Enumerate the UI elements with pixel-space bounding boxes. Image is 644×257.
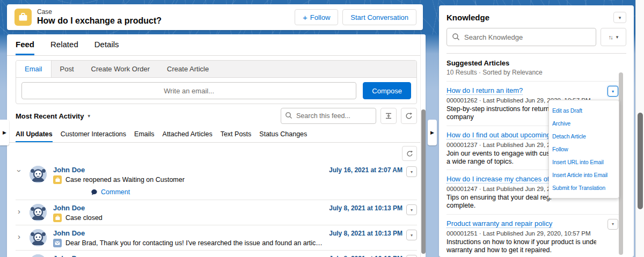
- publisher-tab[interactable]: Create Work Order: [83, 61, 159, 77]
- knowledge-article: Product warranty and repair policy 00000…: [447, 214, 619, 257]
- article-title-link[interactable]: How do I return an item?: [447, 86, 523, 95]
- sort-arrows-icon: ↑↓: [609, 34, 613, 40]
- article-actions-menu: Edit as Draft Archive Detach Article Fol…: [548, 100, 619, 199]
- feed-sort-label: Most Recent Activity: [16, 112, 84, 120]
- triangle-right-icon: ▶: [3, 130, 6, 135]
- chevron-down-icon: ▾: [616, 34, 619, 40]
- publisher-tab[interactable]: Create Article: [158, 61, 217, 77]
- article-menu-item[interactable]: Edit as Draft: [549, 104, 619, 117]
- left-panel-expand-handle[interactable]: ▶: [0, 120, 9, 145]
- briefcase-icon: [18, 12, 28, 23]
- feed-item-menu-button[interactable]: ▾: [406, 255, 417, 257]
- search-icon: [285, 112, 292, 121]
- triangle-right-icon: ▶: [430, 130, 434, 135]
- avatar[interactable]: [30, 204, 47, 221]
- feed-item-text: Dear Brad, Thank you for contacting us! …: [65, 239, 323, 247]
- feed-item-menu-button[interactable]: ▾: [406, 230, 417, 240]
- record-tab[interactable]: Related: [50, 34, 78, 55]
- article-menu-item[interactable]: Submit for Translation: [549, 181, 619, 194]
- feed-filter-button[interactable]: [380, 108, 397, 124]
- article-body-line: warranty and how to get it repaired.: [447, 246, 596, 254]
- article-body-line: Instructions on how to know if your prod…: [447, 238, 596, 246]
- feed-item-expand-chevron[interactable]: ›: [16, 229, 30, 240]
- feed-filter-tab[interactable]: All Updates: [16, 127, 53, 142]
- feed-item: › John Do: [16, 225, 417, 250]
- article-menu-item[interactable]: Insert URL into Email: [549, 156, 619, 168]
- feed-item-author[interactable]: John Doe: [53, 229, 323, 237]
- page-title: How do I exchange a product?: [37, 16, 162, 26]
- feed-search-input[interactable]: [281, 108, 376, 124]
- feed-item-author[interactable]: John Doe: [53, 166, 323, 174]
- record-type-label: Case: [37, 9, 162, 16]
- feed-item-expand-chevron[interactable]: ›: [16, 204, 30, 215]
- case-record-icon: [14, 9, 32, 26]
- plus-icon: +: [303, 13, 308, 21]
- feed-scrollbar-thumb[interactable]: [421, 109, 426, 254]
- search-icon: [452, 33, 460, 43]
- feed-item-menu-button[interactable]: ▾: [406, 204, 417, 215]
- feed-item: › John Do: [16, 250, 417, 257]
- avatar[interactable]: [30, 229, 47, 246]
- feed-item-type-icon: [53, 214, 62, 222]
- feed-filter-tabs: All Updates Customer Interactions Emails…: [7, 127, 426, 143]
- feed-filter-tab[interactable]: Attached Articles: [163, 127, 213, 142]
- email-compose-input[interactable]: [21, 82, 356, 99]
- feed-filter-tab[interactable]: Text Posts: [221, 127, 252, 142]
- right-panel-expand-handle[interactable]: ▶: [428, 120, 437, 145]
- feed-refresh-button[interactable]: [401, 108, 417, 124]
- window-scrollbar[interactable]: [635, 0, 644, 257]
- avatar[interactable]: [30, 166, 47, 183]
- knowledge-panel-menu-button[interactable]: ▾: [613, 12, 626, 23]
- article-title-link[interactable]: How do I find out about upcoming e: [447, 131, 557, 139]
- article-menu-item[interactable]: Archive: [549, 117, 619, 130]
- article-menu-item[interactable]: Follow: [549, 143, 619, 156]
- article-actions-button[interactable]: ▾: [608, 86, 618, 97]
- feed-scrollbar[interactable]: [420, 34, 426, 257]
- feed-item-menu-button[interactable]: ▾: [406, 166, 417, 177]
- chevron-down-icon: ▾: [87, 113, 90, 119]
- feed-filter-tab[interactable]: Status Changes: [259, 127, 307, 142]
- feed-item-type-icon: [53, 175, 62, 184]
- feed-item-author[interactable]: John Doe: [53, 204, 323, 212]
- feed-filter-tab[interactable]: Customer Interactions: [61, 127, 126, 142]
- publisher-tabs: Email Post Create Work Order Create Arti…: [16, 61, 416, 78]
- avatar[interactable]: [30, 254, 47, 257]
- publisher: Email Post Create Work Order Create Arti…: [16, 60, 417, 104]
- results-summary: 10 Results · Sorted by Relevance: [447, 69, 626, 76]
- feed-item-timestamp: July 8, 2021 at 10:13 PM: [329, 204, 402, 212]
- feed-filter-tab[interactable]: Emails: [134, 127, 155, 142]
- feed-item-author[interactable]: John Doe: [53, 254, 323, 257]
- article-title-link[interactable]: How do I increase my chances of ge: [447, 175, 559, 183]
- compose-button[interactable]: Compose: [363, 82, 411, 99]
- knowledge-scrollbar-thumb[interactable]: [619, 72, 623, 255]
- feed-item: › John Do: [16, 162, 417, 200]
- feed-item-text: Case closed: [65, 214, 103, 222]
- feed-item-timestamp: July 8, 2021 at 10:13 PM: [329, 255, 402, 257]
- window-scrollbar-thumb[interactable]: [638, 113, 643, 209]
- start-conversation-button[interactable]: Start Conversation: [342, 9, 416, 25]
- feed-list: › John Do: [7, 162, 426, 257]
- article-actions-button[interactable]: ▾: [608, 219, 618, 230]
- article-title-link[interactable]: Product warranty and repair policy: [447, 219, 552, 228]
- refresh-icon: [406, 150, 413, 157]
- knowledge-sort-button[interactable]: ↑↓ ▾: [601, 28, 626, 46]
- article-menu-item[interactable]: Insert Article into Email: [549, 168, 619, 181]
- comment-action-label: Comment: [101, 188, 130, 196]
- follow-button[interactable]: + Follow: [295, 9, 338, 25]
- article-menu-item[interactable]: Detach Article: [549, 130, 619, 143]
- knowledge-panel-title: Knowledge: [447, 13, 489, 22]
- feed-sort-selector[interactable]: Most Recent Activity ▾: [16, 112, 90, 120]
- refresh-icon: [405, 112, 413, 120]
- publisher-tab[interactable]: Post: [52, 61, 83, 77]
- record-tab[interactable]: Feed: [16, 34, 34, 55]
- case-icon: [55, 177, 61, 183]
- feed-item-expand-chevron[interactable]: ›: [16, 167, 27, 181]
- comment-action[interactable]: Comment: [91, 188, 323, 196]
- record-tab[interactable]: Details: [94, 34, 119, 55]
- feed-list-refresh-button[interactable]: [402, 146, 417, 161]
- knowledge-panel: Knowledge ▾ ↑↓ ▾ Suggested Articles 10 R…: [439, 5, 634, 257]
- publisher-tab[interactable]: Email: [16, 61, 52, 77]
- feed-item-expand-chevron[interactable]: ›: [16, 254, 30, 257]
- feed-item-timestamp: July 8, 2021 at 10:13 PM: [329, 230, 402, 237]
- knowledge-search-input[interactable]: [447, 28, 596, 46]
